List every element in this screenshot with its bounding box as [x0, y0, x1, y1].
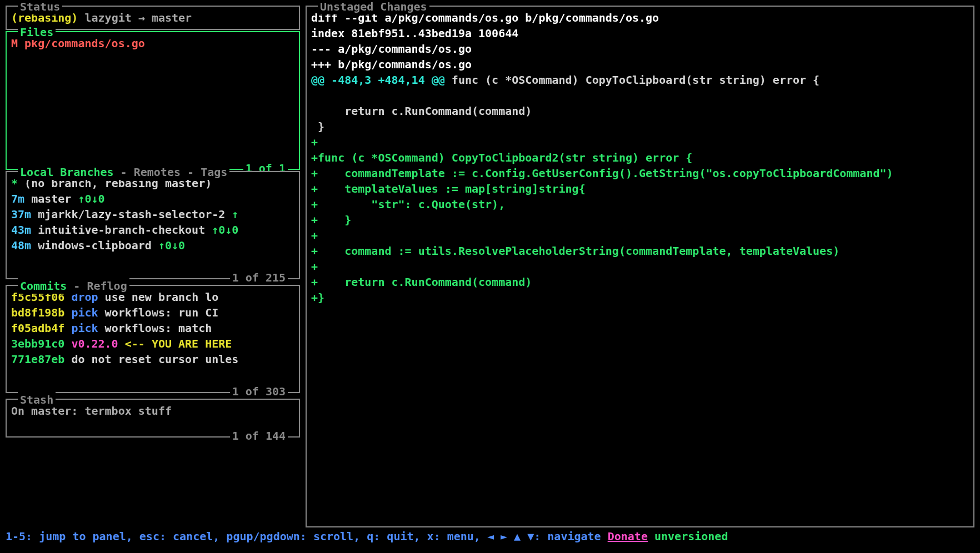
- diff-line[interactable]: + command := utils.ResolvePlaceholderStr…: [311, 243, 969, 259]
- diff-line[interactable]: +: [311, 228, 969, 243]
- diff-line[interactable]: +++ b/pkg/commands/os.go: [311, 57, 969, 72]
- branches-tabs: Local Branches - Remotes - Tags: [18, 164, 229, 180]
- repo-name: lazygit: [84, 11, 131, 24]
- commit-item[interactable]: 3ebb91c0 v0.22.0 <-- YOU ARE HERE: [11, 336, 294, 351]
- commit-item[interactable]: 771e87eb do not reset cursor unles: [11, 351, 294, 367]
- branch-name: master: [152, 11, 192, 24]
- diff-line[interactable]: }: [311, 119, 969, 134]
- tab-local-branches[interactable]: Local Branches: [20, 165, 114, 179]
- diff-line[interactable]: @@ -484,3 +484,14 @@ func (c *OSCommand)…: [311, 72, 969, 88]
- files-title: Files: [18, 24, 56, 40]
- commit-item[interactable]: bd8f198b pick workflows: run CI: [11, 305, 294, 320]
- tab-commits[interactable]: Commits: [20, 279, 67, 293]
- diff-line[interactable]: +func (c *OSCommand) CopyToClipboard2(st…: [311, 150, 969, 165]
- diff-title: Unstaged Changes: [318, 0, 429, 14]
- diff-line[interactable]: + "str": c.Quote(str),: [311, 197, 969, 212]
- branches-footer: 1 of 215: [230, 270, 288, 285]
- diff-line[interactable]: + }: [311, 212, 969, 228]
- diff-line[interactable]: index 81ebf951..43bed19a 100644: [311, 26, 969, 41]
- tab-remotes[interactable]: Remotes: [134, 165, 181, 179]
- branch-item[interactable]: 43m intuitive-branch-checkout ↑0↓0: [11, 222, 294, 238]
- branches-panel[interactable]: Local Branches - Remotes - Tags * (no br…: [6, 171, 300, 279]
- branch-item[interactable]: 37m mjarkk/lazy-stash-selector-2 ↑: [11, 207, 294, 222]
- unversioned-label: unversioned: [648, 530, 728, 543]
- diff-line[interactable]: --- a/pkg/commands/os.go: [311, 41, 969, 57]
- diff-line[interactable]: +: [311, 259, 969, 274]
- diff-line[interactable]: + templateValues := map[string]string{: [311, 181, 969, 197]
- diff-line[interactable]: +: [311, 134, 969, 150]
- files-panel[interactable]: Files M pkg/commands/os.go 1 of 1: [6, 31, 300, 170]
- stash-panel[interactable]: Stash On master: termbox stuff 1 of 144: [6, 399, 300, 438]
- branch-item[interactable]: 48m windows-clipboard ↑0↓0: [11, 238, 294, 253]
- diff-line[interactable]: + commandTemplate := c.Config.GetUserCon…: [311, 165, 969, 181]
- stash-title: Stash: [18, 392, 56, 408]
- stash-footer: 1 of 144: [230, 428, 288, 444]
- diff-line[interactable]: [311, 88, 969, 103]
- branch-item[interactable]: 7m master ↑0↓0: [11, 191, 294, 207]
- donate-link[interactable]: Donate: [608, 530, 648, 543]
- commits-footer: 1 of 303: [230, 384, 288, 399]
- diff-line[interactable]: +}: [311, 290, 969, 305]
- diff-line[interactable]: + return c.RunCommand(command): [311, 274, 969, 290]
- help-bar: 1-5: jump to panel, esc: cancel, pgup/pg…: [6, 529, 974, 544]
- tab-reflog[interactable]: Reflog: [87, 279, 127, 293]
- arrow-icon: →: [138, 11, 145, 24]
- diff-panel[interactable]: Unstaged Changes diff --git a/pkg/comman…: [306, 6, 974, 527]
- commits-tabs: Commits - Reflog: [18, 278, 129, 294]
- diff-line[interactable]: return c.RunCommand(command): [311, 103, 969, 119]
- commits-panel[interactable]: Commits - Reflog f5c55f06 drop use new b…: [6, 285, 300, 393]
- tab-tags[interactable]: Tags: [201, 165, 227, 179]
- status-title: Status: [18, 0, 62, 14]
- commit-item[interactable]: f05adb4f pick workflows: match: [11, 320, 294, 336]
- nav-arrows-icon: ◄ ► ▲ ▼: [487, 530, 534, 543]
